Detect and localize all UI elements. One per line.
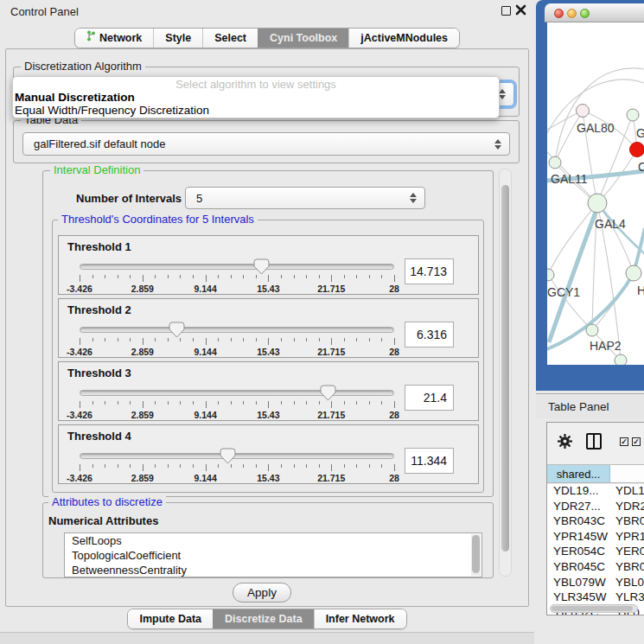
network-node-label: HAP2 (590, 339, 622, 353)
slider-track[interactable] (80, 327, 394, 333)
network-node[interactable] (630, 143, 644, 157)
threshold-label: Threshold 4 (67, 430, 131, 443)
threshold-slider[interactable]: -3.4262.8599.14415.4321.71528 (76, 320, 398, 356)
control-panel-window: Control Panel NetworkStyleSelectCyni Too… (0, 0, 534, 644)
threshold-panel: Threshold 3-3.4262.8599.14415.4321.71528… (58, 361, 479, 421)
network-node[interactable] (588, 194, 607, 213)
slider-thumb[interactable] (253, 258, 270, 278)
tab-impute-data[interactable]: Impute Data (128, 609, 213, 628)
threshold-label: Threshold 3 (67, 367, 131, 379)
table-row[interactable]: YBR045CYBR0 (547, 560, 644, 576)
network-node[interactable] (549, 156, 561, 169)
attribute-list-item[interactable]: TopologicalCoefficient (65, 548, 481, 563)
slider-ticks (80, 275, 394, 283)
threshold-panel: Threshold 2-3.4262.8599.14415.4321.71528… (58, 298, 479, 358)
threshold-value-field[interactable]: 14.713 (405, 258, 454, 284)
network-node-label: C (638, 160, 644, 174)
network-window: GAL80GACGAL11GAL4GCY1HHAP2 (536, 0, 644, 391)
threshold-slider[interactable]: -3.4262.8599.14415.4321.71528 (76, 446, 398, 482)
thresholds-group-label: Threshold's Coordinates for 5 Intervals (58, 213, 258, 226)
network-window-titlebar[interactable] (545, 3, 644, 22)
window-title: Control Panel (10, 5, 79, 18)
network-edge[interactable] (555, 111, 583, 163)
slider-tick-labels: -3.4262.8599.14415.4321.71528 (80, 347, 394, 357)
apply-button[interactable]: Apply (233, 583, 291, 603)
threshold-value-field[interactable]: 11.344 (405, 448, 454, 474)
table-toolbar: ✓ ✓ (547, 423, 644, 462)
network-node[interactable] (615, 354, 627, 365)
table-row[interactable]: YDR27...YDR2 (547, 500, 644, 515)
slider-tick-labels: -3.4262.8599.14415.4321.71528 (80, 473, 394, 483)
thresholds-groupbox: Threshold's Coordinates for 5 Intervals … (52, 220, 484, 493)
tab-select[interactable]: Select (202, 29, 258, 48)
tab-infer-network[interactable]: Infer Network (314, 609, 406, 628)
table-data-value: galFiltered.sif default node (23, 137, 494, 150)
algorithm-option[interactable]: Equal Width/Frequency Discretization (13, 104, 499, 117)
numerical-attributes-list[interactable]: SelfLoopsTopologicalCoefficientBetweenne… (64, 532, 482, 577)
table-data-select[interactable]: galFiltered.sif default node (22, 132, 510, 156)
algorithm-option[interactable]: Manual Discretization (13, 91, 499, 104)
tab-label: Infer Network (326, 609, 395, 628)
combo-arrows-icon (409, 193, 417, 203)
threshold-slider[interactable]: -3.4262.8599.14415.4321.71528 (76, 383, 398, 419)
network-node[interactable] (547, 269, 554, 281)
slider-ticks (80, 401, 394, 409)
minimize-traffic-light-icon[interactable] (567, 9, 577, 18)
table-cell-shared-name: YDL19... (547, 484, 609, 500)
table-row[interactable]: YER054CYER0 (547, 545, 644, 560)
slider-track[interactable] (80, 264, 394, 270)
network-node-label: GAL4 (595, 217, 626, 231)
select-all-columns-icon[interactable]: ✓ (632, 437, 641, 446)
network-canvas[interactable]: GAL80GACGAL11GAL4GCY1HHAP2 (547, 22, 644, 365)
slider-track[interactable] (80, 390, 394, 396)
network-icon (86, 29, 96, 48)
table-rows: YDL19...YDL1YDR27...YDR2YBR043CYBR0YPR14… (547, 484, 644, 615)
network-node[interactable] (626, 265, 641, 281)
network-edge[interactable] (548, 203, 597, 275)
column-header-name[interactable]: n (610, 465, 644, 482)
network-node-label: GAL80 (577, 121, 615, 135)
slider-thumb[interactable] (220, 448, 236, 468)
table-cell-name: YBR0 (609, 560, 644, 576)
table-cell-shared-name: YER054C (547, 545, 609, 560)
column-header-shared-name[interactable]: shared... (547, 465, 610, 482)
number-of-intervals-select[interactable]: 5 (185, 187, 425, 209)
tab-label: Cyni Toolbox (270, 29, 337, 48)
tab-discretize-data[interactable]: Discretize Data (213, 609, 314, 628)
table-hscrollbar[interactable] (550, 604, 638, 613)
threshold-slider[interactable]: -3.4262.8599.14415.4321.71528 (76, 257, 398, 293)
network-node[interactable] (586, 324, 598, 336)
table-row[interactable]: YPR145WYPR1 (547, 530, 644, 545)
slider-thumb[interactable] (169, 322, 185, 341)
attribute-list-item[interactable]: SelfLoops (65, 533, 481, 548)
tab-jactivemnodules[interactable]: jActiveMNodules (348, 29, 459, 48)
table-row[interactable]: YBL079WYBL0 (547, 576, 644, 591)
threshold-value-field[interactable]: 21.4 (405, 385, 454, 411)
network-node[interactable] (577, 105, 590, 118)
gear-icon[interactable] (558, 434, 572, 452)
split-columns-icon[interactable] (586, 433, 602, 450)
slider-track[interactable] (80, 453, 394, 459)
algorithm-placeholder-option[interactable]: Select algorithm to view settings (13, 78, 499, 91)
slider-tick-labels: -3.4262.8599.14415.4321.71528 (80, 410, 394, 420)
threshold-panel: Threshold 4-3.4262.8599.14415.4321.71528… (58, 424, 479, 484)
zoom-traffic-light-icon[interactable] (580, 9, 590, 18)
tab-cyni-toolbox[interactable]: Cyni Toolbox (258, 29, 348, 48)
tab-network[interactable]: Network (75, 29, 153, 48)
tab-label: Select (214, 29, 246, 48)
settings-scrollbar[interactable] (499, 169, 512, 577)
table-cell-name: YPR1 (609, 530, 644, 545)
attributes-scrollbar[interactable] (471, 534, 481, 576)
select-columns-icon[interactable]: ✓ (620, 437, 628, 446)
float-window-icon[interactable] (501, 6, 511, 16)
threshold-value-field[interactable]: 6.316 (405, 322, 454, 348)
table-row[interactable]: YDL19...YDL1 (547, 484, 644, 500)
network-node[interactable] (627, 109, 639, 121)
slider-thumb[interactable] (320, 385, 336, 405)
close-traffic-light-icon[interactable] (554, 9, 564, 18)
network-node-label: H (637, 284, 644, 297)
table-row[interactable]: YBR043CYBR0 (547, 514, 644, 530)
tab-style[interactable]: Style (153, 29, 202, 48)
close-icon[interactable] (515, 4, 526, 16)
attribute-list-item[interactable]: BetweennessCentrality (65, 563, 481, 577)
